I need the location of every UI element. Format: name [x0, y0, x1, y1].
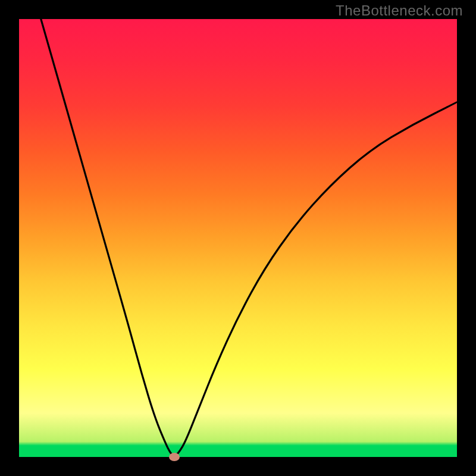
plot-area [19, 19, 457, 457]
watermark-text: TheBottleneck.com [336, 2, 463, 19]
bottleneck-curve [41, 19, 457, 456]
minimum-marker [169, 453, 180, 461]
curve-svg [19, 19, 457, 457]
chart-frame: TheBottleneck.com [0, 0, 476, 476]
